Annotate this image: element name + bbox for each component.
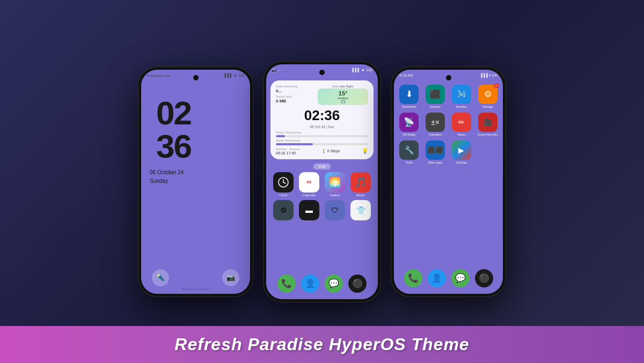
- calculator-icon: ±×: [426, 113, 445, 132]
- dock-phone[interactable]: 📞: [277, 275, 296, 293]
- calculator-label: Calculator: [429, 133, 442, 136]
- app-music[interactable]: 🎵 Music: [350, 172, 371, 197]
- dock-contacts[interactable]: 👤: [301, 275, 319, 293]
- right-dock-messages[interactable]: 💬: [451, 269, 470, 287]
- widget-mid-row: Today Remaining Week Remaining: [276, 131, 368, 145]
- app-fm-radio[interactable]: 📡 FM Radio: [398, 113, 420, 136]
- notes-icon: ✏: [452, 113, 471, 132]
- today-remaining-label: Today Remaining: [276, 131, 368, 134]
- icons-right: ▌▌▌▾100: [481, 73, 497, 78]
- bottom-banner: Refresh Paradise HyperOS Theme: [0, 326, 644, 363]
- weather-card: 15° Haidian 🌧: [318, 88, 368, 105]
- steps-val: 0 Steps: [327, 149, 340, 153]
- getapps-icon: ▶: [452, 140, 471, 160]
- date-line1: 06 October 24: [150, 168, 250, 177]
- sunrise-label: Sunrise · Sunset: [276, 147, 299, 151]
- battery-icon: 100: [238, 73, 245, 77]
- right-dock-phone[interactable]: 📞: [404, 269, 422, 287]
- widget-remaining-col: Today Remaining Week Remaining: [276, 131, 368, 145]
- app-tools[interactable]: 🔧 Tools: [398, 140, 420, 164]
- camera-status-icon: 📷: [272, 68, 276, 72]
- app-misc2[interactable]: ▬: [299, 200, 319, 220]
- phone-mid-screen: 📷 ··· ▌▌▌ ▾ 100 Data remaining 0..: [266, 64, 378, 299]
- today-progress-fill: [276, 135, 285, 137]
- notes-label: Notes: [458, 133, 465, 136]
- sunset-val: 17:49: [286, 151, 296, 155]
- weather-badge: 🌧: [341, 100, 346, 103]
- app-misc3[interactable]: 🛡: [325, 200, 345, 220]
- app-notes[interactable]: ✏ Notes: [451, 113, 473, 136]
- week-progress-bar: [276, 143, 368, 145]
- app-misc4[interactable]: 👕: [350, 200, 371, 220]
- app-settings[interactable]: ⚙ 2 Settings: [477, 85, 499, 108]
- app-weather[interactable]: 🌬 Weather: [451, 85, 473, 108]
- edit-button[interactable]: Edit: [313, 164, 331, 169]
- app-row-2: ⚙ ▬ 🛡 👕: [266, 200, 378, 220]
- today-used-label: Today used: [276, 95, 318, 98]
- status-icons-right: ▌▌▌▾100: [481, 73, 497, 78]
- camera-dot-right: [446, 75, 451, 80]
- gallery-label: Gallery: [330, 194, 340, 197]
- right-dock: 📞 👤 💬 ⚫: [394, 269, 503, 287]
- right-dock-contacts[interactable]: 👤: [428, 269, 446, 287]
- app-calculator[interactable]: ±× Calculator: [425, 113, 447, 136]
- app-more-apps[interactable]: ⬛⬛ More apps: [425, 140, 447, 164]
- app-getapps[interactable]: ▶ GetApps: [451, 140, 473, 164]
- scanner-label: Scanner: [430, 105, 441, 108]
- app-misc1[interactable]: ⚙: [273, 200, 294, 220]
- right-content: ⬇ Downloads ⬛ Scanner 🌬: [394, 82, 503, 294]
- torch-button[interactable]: 🔦: [152, 269, 169, 286]
- app-scanner[interactable]: ⬛ Scanner: [425, 85, 447, 108]
- widget-top: Data remaining 0... Today used 0 MB It i…: [276, 85, 368, 105]
- widget-center: It is Late Night 15° Haidian 🌧: [318, 85, 368, 105]
- misc4-icon: 👕: [350, 200, 371, 220]
- left-content: 02 36 06 October 24 Sunday 🔦 📷 Swipe up …: [141, 91, 250, 294]
- app-clock[interactable]: Clock: [273, 172, 294, 197]
- app-grid: ⬇ Downloads ⬛ Scanner 🌬: [394, 82, 503, 167]
- camera-dot-left: [193, 75, 199, 80]
- widget-left-col: Data remaining 0... Today used 0 MB: [276, 85, 318, 105]
- music-icon: 🎵: [350, 172, 371, 192]
- time-display-min: 36: [149, 130, 250, 163]
- camera-button[interactable]: 📷: [222, 269, 239, 286]
- right-dock-camera[interactable]: ⚫: [475, 269, 493, 287]
- app-downloads[interactable]: ⬇ Downloads: [398, 85, 420, 108]
- widget-date: 06 Oct 24 | Sun: [276, 125, 368, 129]
- calendar-label: Calendar: [303, 194, 316, 197]
- app-screen-recorder[interactable]: 🎥 Screen Recorder: [477, 113, 499, 136]
- more-apps-label: More apps: [428, 161, 442, 164]
- weather-label-right: Weather: [456, 105, 467, 108]
- weather-icon: 🌬: [452, 85, 471, 104]
- left-bottom-controls: 🔦 📷: [141, 269, 250, 286]
- svg-line-2: [283, 182, 286, 183]
- dock-camera[interactable]: ⚫: [348, 275, 367, 293]
- misc1-icon: ⚙: [273, 200, 294, 220]
- widget-bottom-row: Sunrise · Sunset 06:16 17:49 🚶 0 Steps 💡: [276, 147, 368, 155]
- status-icons-mid-right: ▌▌▌ ▾ 100: [352, 68, 372, 73]
- settings-label: Settings: [482, 105, 493, 108]
- calendar-icon: 06: [299, 172, 319, 192]
- screen-recorder-label: Screen Recorder: [478, 133, 498, 136]
- weather-label: It is Late Night: [318, 85, 368, 88]
- wifi-icon-mid: ▾: [362, 68, 364, 73]
- settings-badge: 2: [494, 83, 499, 88]
- status-icons-mid-left: 📷 ···: [272, 68, 281, 72]
- app-calendar[interactable]: 06 Calendar: [299, 172, 319, 197]
- misc2-icon: ▬: [299, 200, 319, 220]
- phone-right-screen: 8:16 AM ▌▌▌▾100 ⬇ Downloads: [394, 70, 503, 294]
- weather-city: Haidian: [320, 97, 365, 100]
- app-gallery[interactable]: 🌅 Gallery: [325, 172, 345, 197]
- date-line2: Sunday: [150, 177, 250, 186]
- time-display-hour: 02: [149, 97, 250, 130]
- sunrise-sunset-vals: 06:16 17:49: [276, 151, 299, 155]
- week-remaining-label: Week Remaining: [276, 139, 368, 142]
- dock-messages[interactable]: 💬: [325, 275, 343, 293]
- gallery-icon: 🌅: [325, 172, 345, 192]
- phone-left-screen: Emergency calls ▌▌▌ ▾ 100 02 36 06 Octob…: [141, 70, 250, 294]
- sunrise-val: 06:16: [276, 151, 286, 155]
- wifi-icon: ▾: [234, 73, 237, 78]
- settings-icon: ⚙ 2: [478, 85, 497, 104]
- widget-time: 02:36: [276, 107, 368, 124]
- music-label: Music: [356, 194, 365, 197]
- dots-icon: ···: [278, 68, 281, 72]
